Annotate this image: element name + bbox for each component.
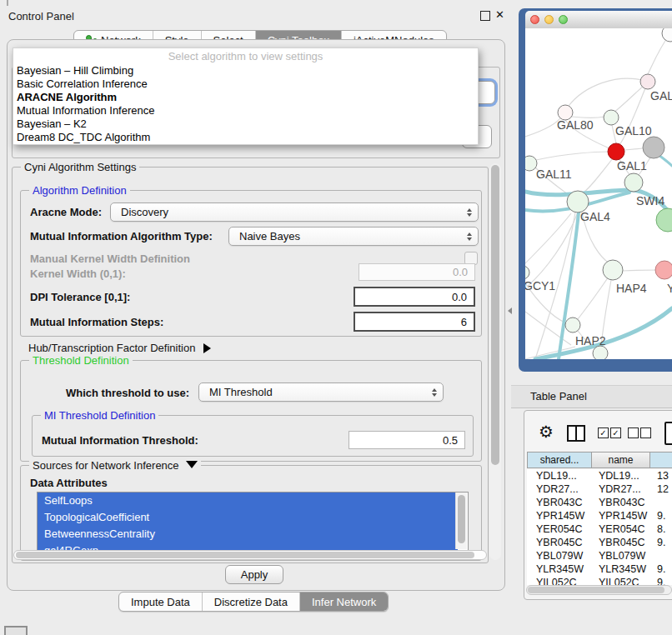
node[interactable] [662,28,672,42]
node-hap4[interactable] [603,260,623,280]
node-label: SWI4 [636,194,664,208]
node-gcy1[interactable] [525,266,529,279]
list-scrollbar-thumb[interactable] [458,495,465,543]
table-header-col3[interactable] [650,452,672,468]
expand-arrow-icon [203,343,211,353]
dropdown-item[interactable]: Mutual Information Inference [13,104,478,118]
which-threshold-value: MI Threshold [209,386,273,398]
list-vertical-scrollbar[interactable] [455,492,467,549]
table-row[interactable]: YBR045CYBR045C9. [527,536,672,549]
node-label: GAL [650,89,672,102]
combo-stepper-icon [467,208,472,217]
node-green[interactable] [656,208,672,232]
mi-steps-label: Mutual Information Steps: [30,316,163,328]
data-attributes-list[interactable]: SelfLoops TopologicalCoefficient Between… [37,492,469,552]
tab-discretize-data[interactable]: Discretize Data [203,592,300,611]
mi-threshold-field[interactable]: 0.5 [349,431,465,449]
network-window-titlebar[interactable] [525,11,672,29]
node-label: GAL1 [617,159,647,172]
tab-impute-data[interactable]: Impute Data [119,592,203,611]
list-item[interactable]: SelfLoops [38,492,458,509]
which-threshold-label: Which threshold to use: [66,387,189,399]
tab-infer-network[interactable]: Infer Network [300,592,388,611]
mi-threshold-definition-title: MI Threshold Definition [41,409,158,422]
apply-button-label: Apply [241,568,268,581]
cell: YBL079W [592,549,650,562]
apply-button[interactable]: Apply [225,565,283,584]
node-gray[interactable] [643,137,664,158]
document-icon[interactable] [664,422,672,445]
close-icon[interactable]: ✕ [495,8,504,21]
gear-icon[interactable]: ⚙ [539,423,554,440]
table-header-name-label: name [608,454,633,466]
node[interactable] [593,346,608,359]
node-swi4[interactable] [624,173,643,192]
hub-factor-expander[interactable]: Hub/Transcription Factor Definition [28,342,211,354]
network-canvas[interactable]: GAL GAL80 GAL10 GAL1 GAL11 SWI4 GAL4 GCY… [525,28,672,359]
mi-threshold-value: 0.5 [443,434,458,447]
dpi-tolerance-value: 0.0 [452,291,467,303]
zoom-window-icon[interactable] [559,15,568,24]
settings-vertical-scrollbar[interactable] [489,163,501,560]
node-gal1-selected[interactable] [608,143,624,160]
node[interactable] [640,74,655,89]
bottom-tabbar: Impute Data Discretize Data Infer Networ… [118,592,389,612]
table-hscrollbar-thumb[interactable] [528,587,664,593]
table-row[interactable]: YER054CYER054C8. [527,522,672,536]
cell: 9. [650,509,672,522]
mi-type-label: Mutual Information Algorithm Type: [30,230,213,242]
dropdown-item[interactable]: Dream8 DC_TDC Algorithm [13,131,478,144]
split-columns-icon[interactable] [567,425,585,442]
table-row[interactable]: YLR345WYLR345W9. [527,562,672,576]
settings-hscrollbar-thumb[interactable] [16,552,474,558]
minimize-window-icon[interactable] [544,15,554,24]
mi-threshold-label: Mutual Information Threshold: [42,434,198,447]
which-threshold-combobox[interactable]: MI Threshold [198,382,444,402]
unchecked-checkbox-icon[interactable] [640,428,651,438]
close-window-icon[interactable] [530,15,539,24]
dropdown-item[interactable]: Bayesian – K2 [13,118,478,131]
dropdown-item[interactable]: Bayesian – Hill Climbing [13,64,478,78]
node-gal10[interactable] [604,110,619,125]
table-horizontal-scrollbar[interactable] [526,585,672,595]
list-item[interactable]: TopologicalCoefficient [38,509,458,526]
table-row[interactable]: YPR145WYPR145W9. [527,509,672,522]
hub-factor-label: Hub/Transcription Factor Definition [28,342,195,354]
cell: YLR345W [592,562,650,576]
table-header-name[interactable]: name [592,452,650,468]
panel-collapse-arrow-icon[interactable] [508,308,512,314]
aracne-mode-combobox[interactable]: Discovery [110,202,479,222]
node-pink[interactable] [655,261,672,279]
settings-scrollbar-thumb[interactable] [491,165,499,465]
kernel-width-field[interactable]: 0.0 [359,263,475,281]
minimized-panel-icon[interactable] [4,626,28,635]
table-row[interactable]: YBR043CYBR043C [527,496,672,509]
unchecked-checkbox-icon[interactable] [628,428,639,438]
node-gal11[interactable] [525,156,537,171]
dropdown-item-selected[interactable]: ARACNE Algorithm [13,91,478,104]
table-row[interactable]: YIL052CYIL052C9. [527,576,672,585]
mi-steps-field[interactable]: 6 [354,312,475,332]
table-row[interactable]: YDL19...YDL19...13 [527,469,672,482]
aracne-mode-label: Aracne Mode: [30,206,102,218]
cell: YDL19... [527,469,592,482]
node-hap2[interactable] [565,318,580,332]
cell [650,496,672,509]
table-header-shared[interactable]: shared... [527,452,592,468]
cell: YBR043C [527,496,592,509]
cell: 9. [650,576,672,585]
mi-type-combobox[interactable]: Naive Bayes [228,227,479,246]
dpi-tolerance-field[interactable]: 0.0 [354,287,475,307]
settings-horizontal-scrollbar[interactable] [13,550,487,560]
checked-checkbox-icon[interactable]: ✓ [598,428,609,438]
sources-title-row[interactable]: Sources for Network Inference [29,459,201,472]
float-panel-icon[interactable] [480,11,490,21]
table-row[interactable]: YDR27...YDR27...12 [527,482,672,496]
cell: YDL19... [592,469,650,482]
threshold-definition-title: Threshold Definition [29,354,133,367]
table-row[interactable]: YBL079WYBL079W [527,549,672,562]
checked-checkbox-icon[interactable]: ✓ [610,428,621,438]
list-item[interactable]: BetweennessCentrality [38,526,458,542]
dropdown-item[interactable]: Basic Correlation Inference [13,78,478,91]
dpi-tolerance-label: DPI Tolerance [0,1]: [30,291,130,303]
